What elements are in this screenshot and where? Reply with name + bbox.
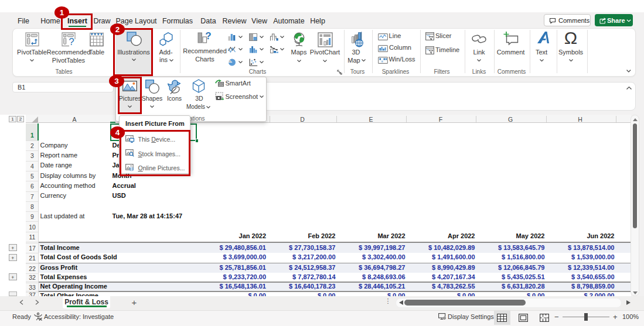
svg-text:?: ?	[205, 30, 211, 42]
svg-text:?: ?	[69, 36, 74, 47]
